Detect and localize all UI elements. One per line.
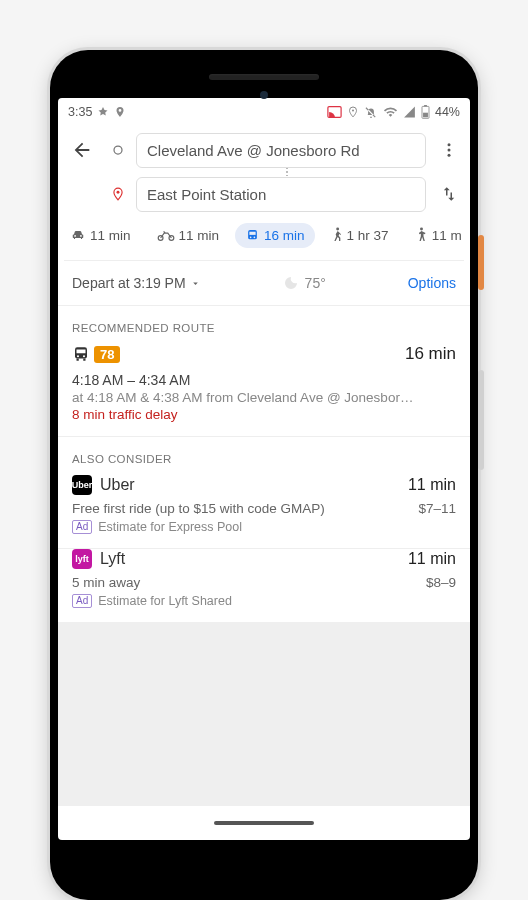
back-button[interactable] [64, 132, 100, 168]
recommended-route-card[interactable]: 78 16 min 4:18 AM – 4:34 AM at 4:18 AM &… [58, 344, 470, 437]
motorcycle-icon [157, 228, 175, 242]
status-battery-pct: 44% [435, 105, 460, 119]
ad-badge: Ad [72, 520, 92, 534]
ad-badge: Ad [72, 594, 92, 608]
ride-price: $7–11 [418, 501, 456, 516]
origin-input[interactable]: Cleveland Ave @ Jonesboro Rd [136, 133, 426, 168]
mode-car[interactable]: 11 min [64, 223, 141, 248]
svg-rect-19 [77, 350, 86, 354]
svg-point-5 [114, 146, 122, 154]
origin-marker-icon [108, 144, 128, 156]
more-options-button[interactable] [434, 132, 464, 168]
empty-area [58, 622, 470, 806]
ride-subtitle: 5 min away [72, 575, 140, 590]
walk-icon [331, 227, 343, 243]
recommended-section-label: RECOMMENDED ROUTE [58, 306, 470, 344]
mode-motorcycle[interactable]: 11 min [147, 223, 230, 248]
mode-rideshare[interactable]: 11 m [405, 222, 464, 248]
mode-selector: 11 min 11 min 16 min 1 hr 37 [64, 212, 464, 261]
svg-rect-3 [424, 105, 427, 106]
svg-rect-4 [423, 113, 428, 118]
svg-point-7 [448, 149, 451, 152]
swap-endpoints-button[interactable] [434, 176, 464, 212]
more-vert-icon [440, 141, 458, 159]
svg-point-21 [83, 355, 85, 357]
weather-display: 75° [283, 275, 326, 291]
recommended-times: 4:18 AM – 4:34 AM [72, 372, 456, 388]
svg-point-8 [448, 154, 451, 157]
swap-vert-icon [440, 185, 458, 203]
recommended-details: at 4:18 AM & 4:38 AM from Cleveland Ave … [72, 390, 456, 405]
bus-icon [72, 345, 90, 363]
svg-point-15 [254, 236, 256, 238]
ad-text: Estimate for Express Pool [98, 520, 242, 534]
ride-duration: 11 min [408, 476, 456, 494]
ride-subtitle: Free first ride (up to $15 with code GMA… [72, 501, 325, 516]
location-icon [347, 105, 359, 119]
svg-point-14 [250, 236, 252, 238]
notifications-off-icon [364, 105, 378, 119]
status-bar: 3:35 44% [58, 98, 470, 126]
phone-frame: 3:35 44% [50, 50, 478, 900]
arrow-left-icon [71, 139, 93, 161]
svg-rect-13 [249, 231, 255, 234]
uber-logo-icon: Uber [72, 475, 92, 495]
battery-icon [421, 105, 430, 119]
location-pin-icon [114, 106, 126, 118]
svg-point-6 [448, 143, 451, 146]
recommended-duration: 16 min [405, 344, 456, 364]
ride-duration: 11 min [408, 550, 456, 568]
svg-point-20 [77, 355, 79, 357]
status-icon-unknown [97, 106, 109, 118]
transit-icon [245, 228, 260, 243]
dropdown-icon [190, 278, 201, 289]
status-time: 3:35 [68, 105, 92, 119]
svg-rect-23 [83, 359, 85, 361]
svg-point-17 [420, 228, 423, 231]
lyft-logo-icon: lyft [72, 549, 92, 569]
ride-name: Uber [100, 476, 135, 494]
cast-icon [327, 106, 342, 118]
signal-icon [403, 106, 416, 118]
home-pill[interactable] [214, 821, 314, 825]
ride-name: Lyft [100, 550, 125, 568]
svg-point-16 [336, 228, 339, 231]
mode-walk[interactable]: 1 hr 37 [321, 222, 399, 248]
ride-option-lyft[interactable]: lyft Lyft 11 min 5 min away $8–9 Ad Esti… [58, 549, 470, 622]
ride-option-uber[interactable]: Uber Uber 11 min Free first ride (up to … [58, 475, 470, 549]
destination-input[interactable]: East Point Station [136, 177, 426, 212]
svg-point-1 [352, 110, 354, 112]
destination-marker-icon [108, 187, 128, 201]
recommended-delay: 8 min traffic delay [72, 407, 456, 422]
also-consider-label: ALSO CONSIDER [58, 437, 470, 475]
car-icon [70, 228, 86, 242]
moon-icon [283, 275, 299, 291]
bus-route-badge: 78 [94, 346, 120, 363]
ride-price: $8–9 [426, 575, 456, 590]
depart-time-selector[interactable]: Depart at 3:19 PM [72, 275, 201, 291]
rideshare-icon [415, 227, 428, 243]
svg-point-9 [117, 191, 120, 194]
svg-rect-22 [77, 359, 79, 361]
android-nav-bar [58, 806, 470, 840]
options-button[interactable]: Options [408, 275, 456, 291]
wifi-icon [383, 106, 398, 118]
mode-transit[interactable]: 16 min [235, 223, 315, 248]
ad-text: Estimate for Lyft Shared [98, 594, 232, 608]
